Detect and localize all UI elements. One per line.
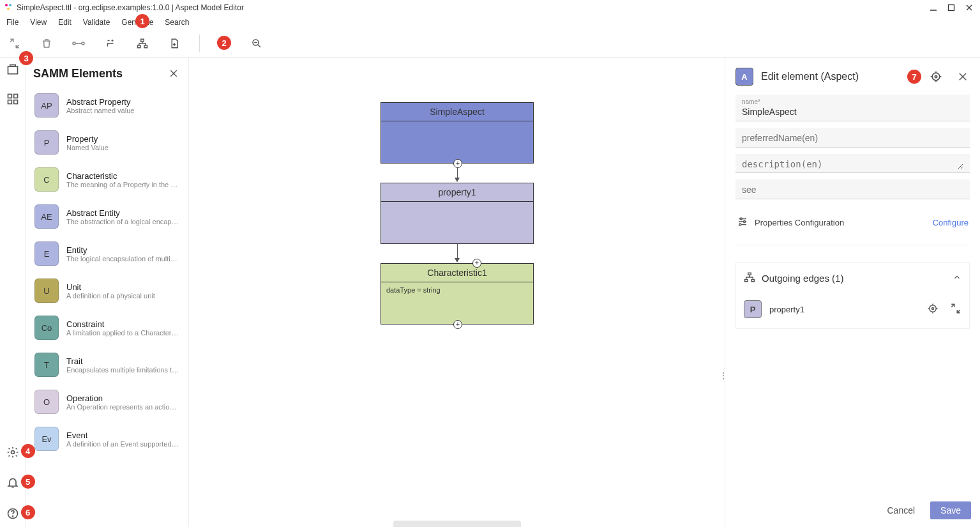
pal-desc: An Operation represents an action that c… xyxy=(66,403,179,411)
palette-item-ap[interactable]: AP Abstract Property Abstract named valu… xyxy=(31,88,183,123)
svg-point-2 xyxy=(7,8,10,10)
pal-label: Event xyxy=(66,431,179,440)
palette-item-c[interactable]: C Characteristic The meaning of a Proper… xyxy=(31,162,183,197)
close-panel-icon[interactable] xyxy=(956,70,970,84)
edge-item[interactable]: P property1 xyxy=(736,294,969,328)
edge-arrow-icon xyxy=(455,178,460,182)
palette-item-o[interactable]: O Operation An Operation represents an a… xyxy=(31,385,183,419)
menu-edit[interactable]: Edit xyxy=(58,18,72,27)
chevron-up-icon[interactable] xyxy=(953,273,961,284)
svg-rect-24 xyxy=(8,100,11,104)
delete-icon[interactable] xyxy=(40,36,54,50)
handle-top[interactable] xyxy=(472,259,481,268)
preferredname-field[interactable] xyxy=(735,128,970,148)
toolbar: 2 xyxy=(0,29,980,57)
svg-rect-20 xyxy=(8,66,17,74)
pal-icon: O xyxy=(34,390,59,414)
edges-icon xyxy=(744,271,755,285)
svg-point-31 xyxy=(932,73,940,80)
svg-rect-12 xyxy=(144,45,147,48)
edge-arrow-icon xyxy=(455,258,460,263)
pal-desc: A definition of an Event supported by th… xyxy=(66,440,179,448)
pal-desc: A limitation applied to a Characteristic xyxy=(66,329,179,337)
palette-panel: SAMM Elements AP Abstract Property Abstr… xyxy=(26,57,189,527)
zoom-out-icon[interactable] xyxy=(250,36,264,50)
name-input[interactable] xyxy=(742,105,963,118)
see-field[interactable] xyxy=(735,179,970,199)
pal-desc: The logical encapsulation of multiple va… xyxy=(66,255,179,263)
configure-link[interactable]: Configure xyxy=(933,218,969,227)
edges-header[interactable]: Outgoing edges (1) xyxy=(736,263,969,294)
menu-view[interactable]: View xyxy=(30,18,47,27)
close-icon[interactable] xyxy=(167,66,181,80)
document-icon[interactable] xyxy=(167,36,181,50)
svg-point-40 xyxy=(740,218,742,220)
bell-icon[interactable] xyxy=(6,476,20,490)
palette-item-ae[interactable]: AE Abstract Entity The abstraction of a … xyxy=(31,199,183,234)
svg-point-49 xyxy=(932,307,934,309)
minimize-button[interactable] xyxy=(929,3,938,12)
locate-icon[interactable] xyxy=(929,70,943,84)
cancel-button[interactable]: Cancel xyxy=(883,501,919,519)
node-body xyxy=(381,202,533,234)
node-title: property1 xyxy=(381,183,533,202)
maximize-button[interactable] xyxy=(947,3,956,12)
drag-dots-icon[interactable]: ⋮ xyxy=(719,370,727,381)
pal-icon: T xyxy=(34,353,59,377)
tune-icon xyxy=(737,216,748,229)
node-prop1[interactable]: property1 xyxy=(381,183,534,244)
description-input[interactable] xyxy=(742,158,963,169)
workspace-icon[interactable] xyxy=(6,63,20,77)
preferredname-input[interactable] xyxy=(742,132,963,144)
handle-bottom[interactable] xyxy=(453,159,462,168)
connect-icon[interactable] xyxy=(72,36,86,50)
svg-rect-25 xyxy=(13,100,17,104)
palette-item-e[interactable]: E Entity The logical encapsulation of mu… xyxy=(31,236,183,271)
svg-point-8 xyxy=(82,42,84,45)
pal-label: Unit xyxy=(66,282,155,292)
gear-icon[interactable] xyxy=(6,445,20,459)
description-field[interactable] xyxy=(735,154,970,173)
menu-validate[interactable]: Validate xyxy=(83,18,110,27)
annotation-7: 7 xyxy=(907,70,921,84)
name-label: name* xyxy=(742,98,963,105)
pal-label: Characteristic xyxy=(66,171,179,181)
pal-icon: AP xyxy=(34,93,59,118)
palette-item-ev[interactable]: Ev Event A definition of an Event suppor… xyxy=(31,422,183,456)
grid-icon[interactable] xyxy=(6,92,20,106)
pal-desc: The abstraction of a logical encapsulati… xyxy=(66,218,179,225)
svg-rect-45 xyxy=(748,273,751,275)
layout-icon[interactable] xyxy=(135,36,149,50)
pal-label: Abstract Property xyxy=(66,97,134,107)
name-field[interactable]: name* xyxy=(735,95,970,121)
svg-line-18 xyxy=(258,45,260,47)
window-title: SimpleAspect.ttl - org.eclipse.examples:… xyxy=(17,3,244,12)
see-input[interactable] xyxy=(742,183,963,196)
palette-item-p[interactable]: P Property Named Value xyxy=(31,125,183,160)
handle-bottom[interactable] xyxy=(453,320,462,329)
collapse-icon[interactable] xyxy=(8,36,22,50)
edge-locate-icon[interactable] xyxy=(927,303,939,316)
toolbar-divider xyxy=(199,34,200,52)
palette-item-co[interactable]: Co Constraint A limitation applied to a … xyxy=(31,310,183,345)
pal-desc: Encapsulates multiple limitations to Cha… xyxy=(66,366,179,374)
node-aspect[interactable]: SimpleAspect xyxy=(381,102,534,164)
svg-point-32 xyxy=(935,75,937,77)
close-button[interactable] xyxy=(965,3,974,12)
save-button[interactable]: Save xyxy=(930,501,971,519)
menu-search[interactable]: Search xyxy=(165,18,189,27)
canvas-scroll-handle[interactable] xyxy=(393,521,521,527)
palette-item-t[interactable]: T Trait Encapsulates multiple limitation… xyxy=(31,348,183,382)
menu-file[interactable]: File xyxy=(6,18,19,27)
pal-desc: A definition of a physical unit xyxy=(66,292,155,300)
canvas[interactable]: SimpleAspect property1 Characteristic1 d… xyxy=(189,57,725,527)
svg-rect-47 xyxy=(751,280,755,282)
palette-title: SAMM Elements xyxy=(33,67,123,80)
palette-item-u[interactable]: U Unit A definition of a physical unit xyxy=(31,273,183,308)
svg-point-1 xyxy=(9,4,11,6)
node-char1[interactable]: Characteristic1 dataType = string xyxy=(381,263,534,325)
add-node-icon[interactable] xyxy=(103,36,117,50)
edge-collapse-icon[interactable] xyxy=(950,303,961,316)
help-icon[interactable] xyxy=(6,507,20,521)
pal-desc: Abstract named value xyxy=(66,107,134,114)
